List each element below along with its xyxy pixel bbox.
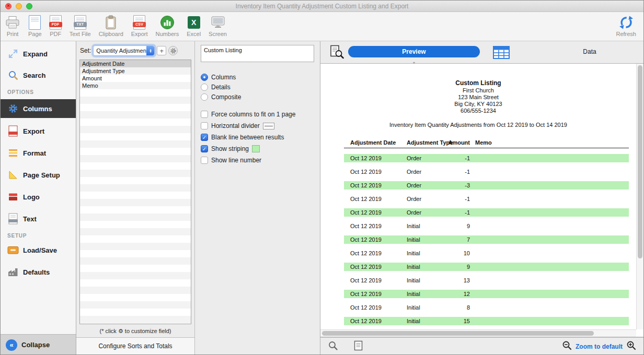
tab-data[interactable]: Data <box>561 48 618 55</box>
vertical-scrollbar[interactable] <box>636 64 643 329</box>
numbers-label: Numbers <box>156 31 179 37</box>
collapse-button[interactable]: Collapse <box>1 334 76 355</box>
sidebar-item-logo[interactable]: Logo <box>1 191 76 203</box>
fullscreen-button[interactable] <box>26 3 32 9</box>
preview-doc-magnifier-icon[interactable] <box>330 45 344 61</box>
checkbox-show-striping[interactable]: Show striping <box>201 145 314 152</box>
report-org: First Church <box>320 87 636 94</box>
checkbox-force-fit[interactable]: Force columns to fit on 1 page <box>201 111 314 118</box>
zoom-to-default-button[interactable]: Zoom to default <box>576 343 623 350</box>
zoom-out-icon[interactable] <box>562 340 572 352</box>
report-row: Oct 12 2019 Order -1 <box>320 168 636 175</box>
radio-composite[interactable]: Composite <box>201 93 314 101</box>
pdf-button[interactable]: PDF Text File PDF <box>50 14 62 37</box>
data-grid-icon[interactable] <box>493 46 510 61</box>
main-area: Expand Search OPTIONS <box>1 41 643 355</box>
configure-sorts-totals-button[interactable]: Configure Sorts and Totals <box>76 337 194 355</box>
clipboard-button[interactable]: Clipboard <box>99 14 123 37</box>
preview-panel: Preview Data <box>320 41 643 355</box>
export-sidebar-label: Export <box>23 127 44 135</box>
radio-columns[interactable]: Columns <box>201 74 314 81</box>
report-row: Oct 12 2019 Initial 12 <box>320 290 636 298</box>
preview-content: Custom Listing First Church 123 Main Str… <box>320 63 643 337</box>
export-button[interactable]: CSV Export <box>131 14 148 37</box>
text-file-button[interactable]: TXT Text File <box>70 14 91 37</box>
expand-label: Expand <box>23 50 48 58</box>
fields-panel: Set: Quantity Adjustment ... ▲▼ + Adjust… <box>76 41 195 355</box>
columns-gear-icon <box>7 103 19 114</box>
checkbox-horizontal-divider[interactable]: Horizontal divider <box>201 122 314 129</box>
title-bar: × Inventory Item Quantity Adjustment Cus… <box>1 1 643 12</box>
page-list-icon[interactable] <box>354 340 363 353</box>
drawer-icon <box>7 245 19 255</box>
page-label: Page <box>28 31 42 37</box>
horizontal-scrollbar-thumb[interactable] <box>322 331 594 336</box>
text-file-label: Text File <box>70 31 91 37</box>
sidebar-item-format[interactable]: Format <box>1 147 76 159</box>
horizontal-scrollbar[interactable] <box>320 329 636 337</box>
zoom-in-icon[interactable] <box>626 340 636 352</box>
report-page: Custom Listing First Church 123 Main Str… <box>320 64 636 329</box>
radio-dot <box>201 74 208 81</box>
radio-details[interactable]: Details <box>201 84 314 91</box>
report-row: Oct 12 2019 Initial 9 <box>320 222 636 230</box>
divider-style-swatch[interactable] <box>263 123 274 129</box>
screen-button[interactable]: Screen <box>209 14 227 37</box>
logo-label: Logo <box>23 193 40 201</box>
refresh-button[interactable]: Refresh <box>616 14 636 37</box>
report-row: Oct 12 2019 Order -3 <box>320 182 636 189</box>
field-list[interactable]: Adjustment Date Adjustment Type Amount M… <box>79 60 191 324</box>
minimize-button[interactable] <box>16 3 22 9</box>
page-button[interactable]: Page <box>28 14 42 37</box>
listing-title-input[interactable]: Custom Listing <box>201 45 314 62</box>
report-subtitle: Inventory Item Quantity Adjustments from… <box>320 122 636 128</box>
field-row[interactable]: Adjustment Date <box>80 60 191 67</box>
report-rows: Oct 12 2019 Order -1 Oct 12 2019 Order -… <box>320 155 636 325</box>
report-city: Big City, KY 40123 <box>320 101 636 108</box>
sidebar-item-page-setup[interactable]: Page Setup <box>1 169 76 181</box>
search-report-icon[interactable] <box>328 340 338 353</box>
checkbox-blank-line[interactable]: Blank line between results <box>201 134 314 141</box>
triangle-ruler-icon <box>7 170 19 180</box>
striping-color-swatch[interactable] <box>252 145 260 152</box>
sidebar-item-search[interactable]: Search <box>1 69 76 81</box>
excel-label: Excel <box>187 31 201 37</box>
sidebar-item-load-save[interactable]: Load/Save <box>1 244 76 256</box>
close-button[interactable]: × <box>5 3 12 9</box>
vertical-scrollbar-thumb[interactable] <box>638 65 642 258</box>
field-set-row: Set: Quantity Adjustment ... ▲▼ + <box>76 41 194 58</box>
field-row[interactable]: Memo <box>80 82 191 89</box>
report-row: Oct 12 2019 Initial 15 <box>320 317 636 325</box>
logo-flag-icon <box>7 192 19 202</box>
clipboard-label: Clipboard <box>99 31 123 37</box>
print-button[interactable]: Print <box>5 14 20 37</box>
radio-dot <box>201 93 208 101</box>
sidebar-item-text[interactable]: Text <box>1 212 76 225</box>
excel-button[interactable]: X Excel <box>187 14 201 37</box>
excel-icon: X <box>188 14 200 31</box>
screen-icon <box>211 14 225 31</box>
radio-dot <box>201 84 208 91</box>
field-row[interactable]: Adjustment Type <box>80 67 191 75</box>
numbers-button[interactable]: Numbers <box>156 14 179 37</box>
report-address: 123 Main Street <box>320 94 636 101</box>
preview-bottom-bar: Zoom to default <box>320 337 643 355</box>
sidebar-item-columns[interactable]: Columns <box>1 99 76 118</box>
sidebar-section-options: OPTIONS <box>1 89 76 95</box>
report-row: Oct 12 2019 Initial 9 <box>320 263 636 270</box>
report-row: Oct 12 2019 Order -1 <box>320 195 636 203</box>
tab-preview[interactable]: Preview <box>348 46 480 57</box>
format-label: Format <box>23 149 46 157</box>
txt-doc-icon <box>7 213 19 224</box>
sidebar-item-export[interactable]: Export <box>1 125 76 137</box>
set-gear-button[interactable] <box>168 46 178 55</box>
dropdown-arrows-icon: ▲▼ <box>146 46 154 55</box>
report-row: Oct 12 2019 Initial 13 <box>320 277 636 284</box>
checkbox-show-line-number[interactable]: Show line number <box>201 157 314 164</box>
sidebar-item-expand[interactable]: Expand <box>1 48 76 60</box>
sidebar-item-defaults[interactable]: Defaults <box>1 266 76 278</box>
field-set-dropdown[interactable]: Quantity Adjustment ... ▲▼ <box>93 45 155 56</box>
add-set-button[interactable]: + <box>157 46 166 55</box>
checkbox-box <box>201 145 208 152</box>
field-row[interactable]: Amount <box>80 75 191 82</box>
